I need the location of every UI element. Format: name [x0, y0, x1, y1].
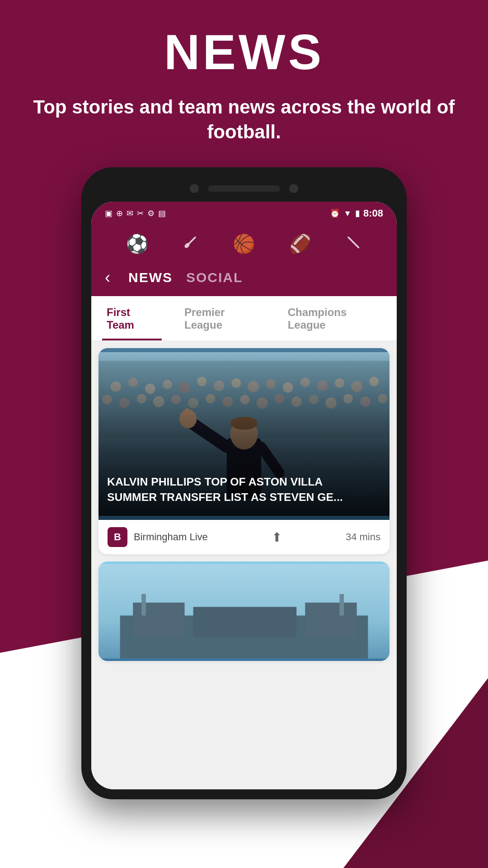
news-card-1-image: KALVIN PHILLIPS TOP OF ASTON VILLA SUMME… [99, 348, 389, 520]
manager-scene-svg: KALVIN PHILLIPS TOP OF ASTON VILLA SUMME… [99, 348, 389, 520]
source-name-1: Birmingham Live [134, 531, 208, 543]
time-ago-1: 34 mins [346, 531, 380, 543]
status-bar: ▣ ⊕ ✉ ✂ ⚙ ▤ ⏰ ▼ ▮ 8:08 [91, 202, 397, 225]
phone-camera-2 [289, 184, 298, 193]
svg-rect-50 [133, 603, 184, 637]
svg-rect-52 [305, 603, 357, 637]
page-title: NEWS [0, 27, 488, 77]
page-header: NEWS Top stories and team news across th… [0, 0, 488, 144]
back-button[interactable]: ‹ [105, 268, 110, 287]
phone-outer: ▣ ⊕ ✉ ✂ ⚙ ▤ ⏰ ▼ ▮ 8:08 ⚽ [81, 167, 407, 799]
status-icon-1: ▣ [105, 208, 113, 218]
tab-news[interactable]: NEWS [128, 270, 173, 285]
svg-rect-54 [339, 594, 344, 616]
page-subtitle: Top stories and team news across the wor… [0, 95, 488, 144]
alarm-icon: ⏰ [330, 208, 340, 218]
status-time: 8:08 [363, 208, 383, 219]
svg-text:KALVIN PHILLIPS TOP OF ASTON V: KALVIN PHILLIPS TOP OF ASTON VILLA [107, 476, 323, 488]
sport-icon-basketball[interactable]: 🏀 [233, 233, 255, 255]
svg-line-2 [348, 237, 357, 245]
stadium-svg [99, 561, 389, 661]
tab-premier-league[interactable]: Premier League [180, 296, 265, 340]
news-card-1[interactable]: KALVIN PHILLIPS TOP OF ASTON VILLA SUMME… [99, 348, 389, 554]
share-button-1[interactable]: ⬆ [272, 530, 282, 545]
status-icon-6: ▤ [158, 208, 166, 218]
svg-rect-53 [141, 594, 146, 616]
sport-icon-american-football[interactable]: 🏈 [289, 233, 312, 255]
sport-icon-hockey[interactable] [346, 234, 362, 254]
source-logo-1: B [108, 527, 127, 547]
content-tabs: First Team Premier League Champions Leag… [91, 296, 397, 341]
status-icon-2: ⊕ [116, 208, 123, 218]
sport-nav: ⚽ 🏀 🏈 [91, 225, 397, 263]
status-icons-left: ▣ ⊕ ✉ ✂ ⚙ ▤ [105, 208, 166, 218]
phone-speaker [208, 185, 280, 192]
main-nav: ‹ NEWS SOCIAL [91, 263, 397, 296]
news-card-2-image [99, 561, 389, 661]
svg-line-0 [186, 237, 195, 246]
tab-first-team[interactable]: First Team [102, 296, 162, 340]
phone-mockup: ▣ ⊕ ✉ ✂ ⚙ ▤ ⏰ ▼ ▮ 8:08 ⚽ [81, 167, 407, 799]
svg-rect-51 [193, 607, 297, 637]
tab-champions-league[interactable]: Champions League [283, 296, 386, 340]
sport-icon-football[interactable]: ⚽ [126, 233, 149, 255]
news-card-2[interactable] [99, 561, 389, 661]
battery-icon: ▮ [355, 208, 360, 218]
svg-text:SUMMER TRANSFER LIST AS STEVEN: SUMMER TRANSFER LIST AS STEVEN GE... [107, 491, 343, 503]
status-icons-right: ⏰ ▼ ▮ 8:08 [330, 208, 383, 219]
news-card-1-footer: B Birmingham Live ⬆ 34 mins [99, 520, 389, 554]
wifi-icon: ▼ [343, 209, 352, 218]
news-feed: KALVIN PHILLIPS TOP OF ASTON VILLA SUMME… [91, 341, 397, 789]
sport-icon-cricket[interactable] [183, 234, 199, 254]
status-icon-5: ⚙ [147, 208, 155, 218]
status-icon-4: ✂ [137, 208, 144, 218]
phone-notch [91, 177, 397, 200]
tab-social[interactable]: SOCIAL [186, 270, 243, 285]
status-icon-3: ✉ [127, 208, 133, 218]
source-info-1: B Birmingham Live [108, 527, 208, 547]
phone-screen: ▣ ⊕ ✉ ✂ ⚙ ▤ ⏰ ▼ ▮ 8:08 ⚽ [91, 202, 397, 789]
phone-camera [190, 184, 199, 193]
